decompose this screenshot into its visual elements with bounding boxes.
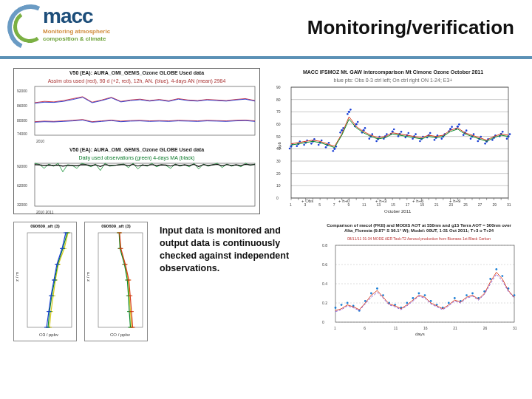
svg-point-260 <box>466 295 468 297</box>
svg-point-41 <box>303 144 305 146</box>
svg-text:0.8: 0.8 <box>322 243 327 248</box>
chart-top-right: MACC IFSMOZ Mt. GAW intercomparison Mt C… <box>273 68 513 213</box>
svg-point-95 <box>434 139 436 141</box>
svg-point-261 <box>471 293 474 295</box>
svg-point-89 <box>419 140 421 143</box>
svg-point-265 <box>495 268 497 270</box>
svg-text:92000: 92000 <box>17 89 27 93</box>
svg-text:70: 70 <box>276 109 281 114</box>
svg-text:31: 31 <box>513 326 517 330</box>
chart-bla-plot: z / m O3 / ppbv <box>14 230 76 339</box>
svg-point-56 <box>339 132 341 134</box>
svg-text:10: 10 <box>276 183 281 188</box>
logo: macc Monitoring atmospheric composition … <box>7 4 140 52</box>
svg-text:26: 26 <box>483 326 488 330</box>
svg-point-86 <box>412 137 414 140</box>
chart-tr-title: MACC IFSMOZ Mt. GAW intercomparison Mt C… <box>273 68 513 76</box>
svg-text:15: 15 <box>391 202 395 207</box>
header: macc Monitoring atmospheric composition … <box>0 0 532 59</box>
svg-point-76 <box>393 129 395 131</box>
svg-text:1: 1 <box>290 202 292 207</box>
svg-point-73 <box>386 133 388 135</box>
svg-point-253 <box>424 295 426 297</box>
chart-tl-plot-top: 92000 86000 80000 74000 2010 <box>14 85 258 144</box>
svg-point-44 <box>310 143 313 145</box>
svg-point-80 <box>398 135 400 137</box>
svg-text:z / m: z / m <box>15 272 19 282</box>
svg-point-46 <box>321 140 323 142</box>
svg-text:21: 21 <box>434 202 439 207</box>
svg-point-58 <box>349 109 352 111</box>
svg-point-112 <box>480 136 482 138</box>
chart-tr-plot: ppb 0102030405060708090 1357911131517192… <box>273 84 513 214</box>
content: V50 (EA): AURA_OMI_GEMS_Ozone GLOBE Used… <box>0 59 532 346</box>
svg-text:60: 60 <box>276 122 281 126</box>
svg-point-109 <box>473 133 475 135</box>
svg-text:days: days <box>415 332 425 336</box>
svg-text:+ h+6: + h+6 <box>412 199 424 203</box>
svg-point-119 <box>491 139 494 141</box>
svg-point-252 <box>418 293 420 295</box>
svg-point-91 <box>429 132 432 134</box>
svg-text:16: 16 <box>423 326 428 330</box>
svg-point-100 <box>451 126 453 128</box>
svg-text:25: 25 <box>463 202 468 207</box>
row-top: V50 (EA): AURA_OMI_GEMS_Ozone GLOBE Used… <box>13 68 519 214</box>
chart-top-left: V50 (EA): AURA_OMI_GEMS_Ozone GLOBE Used… <box>13 68 260 214</box>
chart-tl-title1: V50 (EA): AURA_OMI_GEMS_Ozone GLOBE Used… <box>14 69 259 77</box>
svg-text:+ h+3: + h+3 <box>375 199 387 203</box>
chart-tl-sub1: Assim obs used (red), 90 d (+2, red), 12… <box>14 77 259 85</box>
svg-point-240 <box>347 302 349 304</box>
svg-point-33 <box>290 145 292 147</box>
svg-point-257 <box>448 302 450 304</box>
svg-point-238 <box>335 307 337 309</box>
chart-bl-b: 090609_aft (3) z / m CO / ppbv <box>84 222 148 341</box>
svg-point-38 <box>296 145 299 147</box>
svg-text:17: 17 <box>406 202 410 207</box>
svg-text:0.2: 0.2 <box>322 301 327 305</box>
slide: macc Monitoring atmospheric composition … <box>0 0 532 399</box>
svg-text:0.4: 0.4 <box>322 282 327 286</box>
svg-text:92000: 92000 <box>17 164 27 168</box>
svg-text:11: 11 <box>362 202 366 207</box>
chart-tl-title2: V50 (EA): AURA_OMI_GEMS_Ozone GLOBE Used… <box>14 146 259 154</box>
svg-text:74000: 74000 <box>17 132 27 136</box>
caption-text: Input data is monitored and output data … <box>155 222 312 275</box>
svg-text:CO / ppbv: CO / ppbv <box>110 332 130 337</box>
svg-text:5: 5 <box>318 202 321 207</box>
chart-bla-title: 090609_aft (3) <box>14 222 76 230</box>
chart-tr-sub: blue pts: Obs 0-3 ctrl left; On ctrl rig… <box>273 76 513 84</box>
svg-rect-6 <box>35 163 255 206</box>
svg-point-75 <box>392 130 394 132</box>
svg-text:20: 20 <box>276 171 281 176</box>
svg-point-110 <box>470 137 472 140</box>
chart-blb-title: 090609_aft (3) <box>85 222 147 230</box>
svg-text:October 2011: October 2011 <box>384 209 412 214</box>
svg-text:0: 0 <box>322 320 324 324</box>
svg-point-245 <box>376 287 378 290</box>
svg-point-61 <box>357 121 359 123</box>
svg-text:2010: 2010 <box>36 139 44 143</box>
svg-point-113 <box>477 140 480 143</box>
logo-subtitle-2: composition & climate <box>43 35 106 42</box>
svg-rect-0 <box>35 86 255 135</box>
svg-point-49 <box>328 142 330 144</box>
svg-text:0: 0 <box>276 196 279 200</box>
svg-point-254 <box>430 300 432 302</box>
svg-text:z / m: z / m <box>86 272 90 282</box>
svg-text:1: 1 <box>334 326 336 330</box>
svg-text:31: 31 <box>507 202 511 207</box>
svg-text:50: 50 <box>276 134 281 139</box>
svg-point-125 <box>506 137 508 140</box>
svg-text:11: 11 <box>394 326 398 330</box>
svg-point-244 <box>370 293 372 295</box>
svg-point-82 <box>408 132 410 134</box>
svg-point-266 <box>501 276 503 278</box>
svg-point-71 <box>375 140 378 143</box>
svg-text:+ Obs: + Obs <box>301 199 313 203</box>
svg-point-43 <box>313 138 316 140</box>
chart-tl-plot-bot: 92000 62000 32000 2010 2011 <box>14 162 258 216</box>
svg-text:80000: 80000 <box>17 118 27 123</box>
svg-text:O3 / ppbv: O3 / ppbv <box>39 332 58 337</box>
chart-br-sub: 08/11/11 01:34 MODE AER Task:T2 Aerosol … <box>319 235 519 242</box>
